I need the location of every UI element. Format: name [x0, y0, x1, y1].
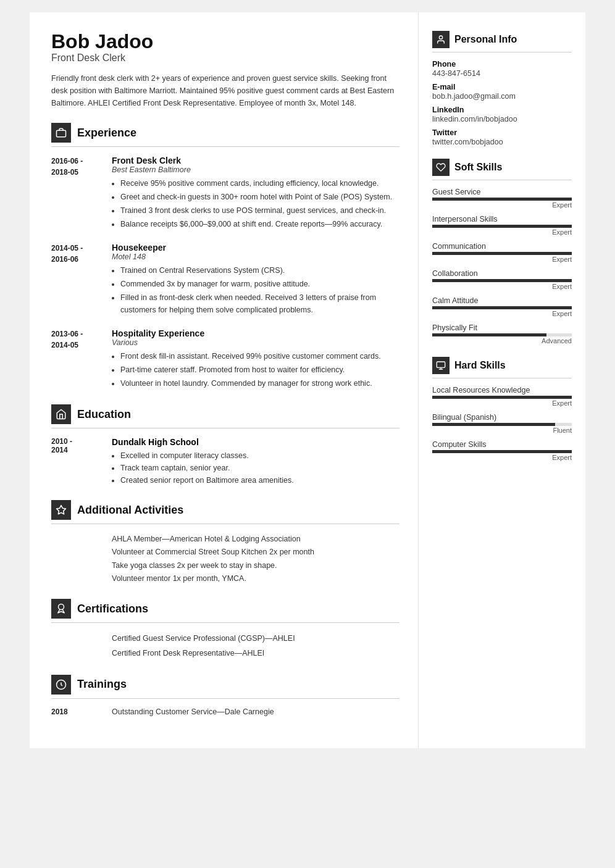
personal-info-label: Personal Info — [454, 34, 517, 45]
skill-level-label: Expert — [432, 228, 572, 236]
education-list: 2010 -2014 Dundalk High School Excelled … — [51, 437, 400, 486]
personal-info-icon — [432, 31, 450, 48]
twitter-label: Twitter — [432, 128, 572, 137]
skill-name: Guest Service — [432, 188, 572, 196]
exp-bullets: Receive 95% positive comment cards, incl… — [112, 177, 392, 230]
activities-list: AHLA Member—American Hotel & Lodging Ass… — [51, 533, 400, 585]
personal-info-section: Personal Info Phone 443-847-6514 E-mail … — [432, 31, 572, 146]
exp-content: Hospitality Experience Various Front des… — [112, 328, 381, 391]
skill-bar-bg — [432, 306, 572, 309]
exp-bullets: Trained on Central Reservations System (… — [112, 264, 400, 316]
skill-bar-fill — [432, 306, 572, 309]
exp-content: Front Desk Clerk Best Eastern Baltimore … — [112, 156, 392, 232]
experience-icon — [51, 123, 71, 143]
svg-point-2 — [59, 604, 64, 610]
experience-entry: 2014-05 -2016-06 Housekeeper Motel 148 T… — [51, 243, 400, 317]
skill-item: Guest Service Expert — [432, 188, 572, 209]
edu-dates: 2010 -2014 — [51, 437, 101, 486]
skill-bar-bg — [432, 333, 572, 336]
phone-label: Phone — [432, 60, 572, 69]
soft-skills-icon — [432, 159, 450, 176]
skill-bar-bg — [432, 252, 572, 255]
soft-skills-section: Soft Skills Guest Service Expert Interpe… — [432, 159, 572, 344]
phone-value: 443-847-6514 — [432, 69, 572, 78]
experience-entry: 2013-06 -2014-05 Hospitality Experience … — [51, 328, 400, 391]
certification-item: Certified Guest Service Professional (CG… — [112, 632, 400, 646]
linkedin-value: linkedin.com/in/bobjadoo — [432, 115, 572, 123]
additional-section: Additional Activities AHLA Member—Americ… — [51, 500, 400, 585]
trainings-section: Trainings 2018 Outstanding Customer Serv… — [51, 675, 400, 716]
experience-bullet: Volunteer in hotel laundry. Commended by… — [120, 377, 381, 390]
skill-level-label: Advanced — [432, 337, 572, 344]
svg-marker-1 — [57, 506, 66, 514]
experience-label: Experience — [77, 127, 136, 140]
skill-bar-fill — [432, 396, 572, 399]
certifications-list: Certified Guest Service Professional (CG… — [51, 632, 400, 661]
summary-text: Friendly front desk clerk with 2+ years … — [51, 72, 400, 109]
education-icon — [51, 404, 71, 424]
edu-content: Dundalk High School Excelled in computer… — [112, 437, 294, 486]
training-entry: 2018 Outstanding Customer Service—Dale C… — [51, 707, 400, 716]
education-bullet: Created senior report on Baltimore area … — [120, 474, 294, 486]
certifications-header: Certifications — [51, 599, 400, 623]
experience-bullet: Receive 95% positive comment cards, incl… — [120, 177, 392, 190]
exp-jobtitle: Front Desk Clerk — [112, 156, 392, 165]
skill-name: Calm Attitude — [432, 296, 572, 305]
education-section: Education 2010 -2014 Dundalk High School… — [51, 404, 400, 486]
certifications-section: Certifications Certified Guest Service P… — [51, 599, 400, 661]
skill-name: Communication — [432, 242, 572, 251]
exp-dates: 2014-05 -2016-06 — [51, 243, 101, 317]
exp-jobtitle: Housekeeper — [112, 243, 400, 252]
resume-container: Bob Jadoo Front Desk Clerk Friendly fron… — [30, 12, 585, 748]
exp-company: Best Eastern Baltimore — [112, 165, 392, 174]
experience-header: Experience — [51, 123, 400, 147]
soft-skills-list: Guest Service Expert Interpersonal Skill… — [432, 188, 572, 344]
skill-name: Interpersonal Skills — [432, 215, 572, 223]
skill-level-label: Expert — [432, 310, 572, 317]
skill-item: Communication Expert — [432, 242, 572, 263]
exp-content: Housekeeper Motel 148 Trained on Central… — [112, 243, 400, 317]
education-label: Education — [77, 408, 131, 421]
skill-item: Bilingual (Spanish) Fluent — [432, 413, 572, 434]
skill-bar-bg — [432, 225, 572, 228]
skill-name: Local Resources Knowledge — [432, 386, 572, 394]
exp-dates: 2013-06 -2014-05 — [51, 328, 101, 391]
experience-bullet: Trained 3 front desk clerks to use POS t… — [120, 204, 392, 217]
skill-bar-bg — [432, 450, 572, 453]
email-label: E-mail — [432, 83, 572, 91]
skill-level-label: Expert — [432, 256, 572, 263]
soft-skills-label: Soft Skills — [454, 162, 502, 173]
right-column: Personal Info Phone 443-847-6514 E-mail … — [419, 12, 585, 748]
experience-bullet: Commended 3x by manager for warm, positi… — [120, 278, 400, 290]
skill-level-label: Expert — [432, 399, 572, 407]
trainings-label: Trainings — [77, 678, 127, 691]
skill-name: Collaboration — [432, 269, 572, 278]
skill-bar-fill — [432, 450, 572, 453]
skill-bar-bg — [432, 396, 572, 399]
skill-bar-fill — [432, 423, 555, 426]
training-text: Outstanding Customer Service—Dale Carneg… — [112, 707, 274, 716]
experience-bullet: Filled in as front-desk clerk when neede… — [120, 291, 400, 316]
experience-bullet: Part-time caterer staff. Promoted from h… — [120, 364, 381, 376]
skill-item: Interpersonal Skills Expert — [432, 215, 572, 236]
linkedin-label: LinkedIn — [432, 106, 572, 114]
experience-bullet: Greet and check-in guests in 300+ room h… — [120, 191, 392, 203]
svg-point-4 — [439, 36, 442, 39]
hard-skills-label: Hard Skills — [454, 360, 506, 371]
skill-item: Calm Attitude Expert — [432, 296, 572, 317]
hard-skills-header: Hard Skills — [432, 357, 572, 378]
certifications-label: Certifications — [77, 603, 148, 616]
trainings-list: 2018 Outstanding Customer Service—Dale C… — [51, 707, 400, 716]
activity-item: Volunteer at Commercial Street Soup Kitc… — [112, 546, 400, 559]
skill-bar-fill — [432, 333, 546, 336]
education-bullet: Track team captain, senior year. — [120, 462, 294, 474]
hard-skills-list: Local Resources Knowledge Expert Bilingu… — [432, 386, 572, 461]
experience-bullet: Trained on Central Reservations System (… — [120, 264, 400, 277]
exp-company: Motel 148 — [112, 252, 400, 261]
skill-level-label: Expert — [432, 454, 572, 461]
skill-bar-fill — [432, 198, 572, 201]
name-heading: Bob Jadoo — [51, 31, 400, 52]
email-value: bob.h.jadoo@gmail.com — [432, 92, 572, 101]
experience-bullet: Balance receipts $6,000–$9,000 at shift … — [120, 218, 392, 230]
certification-item: Certified Front Desk Representative—AHLE… — [112, 646, 400, 661]
